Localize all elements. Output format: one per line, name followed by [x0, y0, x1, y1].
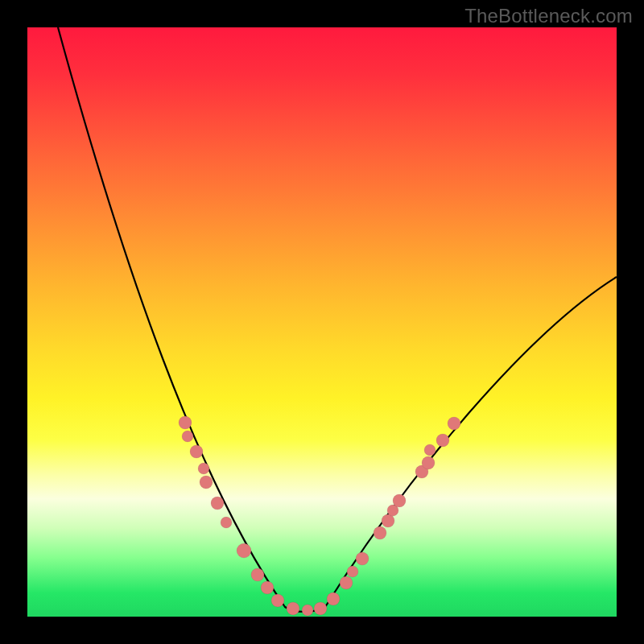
data-dot — [448, 417, 460, 430]
curve-svg — [27, 27, 617, 617]
data-dot — [347, 566, 358, 577]
bottleneck-curve — [58, 27, 617, 612]
data-dot — [200, 476, 213, 489]
data-dot — [211, 497, 224, 510]
data-dot — [182, 431, 193, 442]
data-dot — [251, 568, 264, 581]
data-dot — [237, 543, 251, 558]
chart-frame: TheBottleneck.com — [0, 0, 644, 644]
data-dot — [393, 494, 406, 507]
data-dot — [374, 526, 386, 539]
dots-left-group — [179, 416, 327, 616]
data-dot — [436, 434, 449, 447]
data-dot — [287, 602, 299, 615]
data-dot — [190, 445, 203, 458]
data-dot — [179, 416, 192, 429]
data-dot — [340, 576, 353, 589]
data-dot — [382, 514, 394, 527]
data-dot — [221, 517, 232, 528]
data-dot — [302, 605, 313, 616]
dots-right-group — [327, 417, 460, 605]
data-dot — [424, 444, 436, 456]
data-dot — [271, 594, 284, 607]
data-dot — [261, 581, 274, 594]
data-dot — [314, 602, 327, 615]
data-dot — [422, 456, 435, 469]
plot-area — [27, 27, 617, 617]
data-dot — [356, 552, 369, 565]
watermark-text: TheBottleneck.com — [464, 5, 633, 27]
data-dot — [198, 463, 209, 474]
data-dot — [327, 592, 340, 605]
